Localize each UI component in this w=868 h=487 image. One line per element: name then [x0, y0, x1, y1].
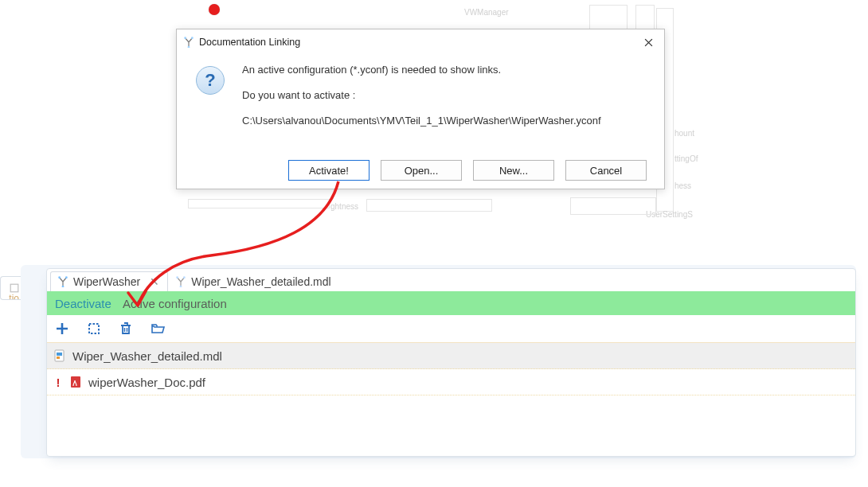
- bg-fragment: ghtness: [328, 201, 361, 212]
- bg-fragment: [188, 199, 330, 208]
- svg-point-4: [58, 276, 61, 279]
- question-icon: ?: [196, 66, 225, 95]
- warning-icon: !: [53, 376, 63, 389]
- bg-fragment: hess: [672, 180, 694, 192]
- svg-point-9: [180, 286, 182, 287]
- pdf-file-icon: [69, 376, 82, 388]
- side-tab-fragment-text: tio: [9, 293, 19, 300]
- select-all-button[interactable]: [87, 321, 101, 336]
- dialog-button-row: Activate! Open... New... Cancel: [177, 154, 664, 189]
- bg-fragment: VWManager: [462, 6, 511, 18]
- dialog-app-icon: [183, 37, 194, 48]
- svg-rect-13: [57, 356, 60, 359]
- yconf-icon: [57, 276, 68, 287]
- configuration-status-bar: Deactivate Active configuration: [47, 291, 855, 315]
- file-name: Wiper_Washer_detailed.mdl: [72, 349, 222, 363]
- documentation-linking-dialog: Documentation Linking ? An active config…: [176, 29, 665, 189]
- svg-point-0: [184, 37, 186, 39]
- editor-toolbar: [47, 315, 855, 342]
- new-button[interactable]: New...: [473, 160, 554, 181]
- editor-panel: WiperWasher ✕ Wiper_Washer_detailed.mdl …: [46, 268, 856, 457]
- tab-detailed-mdl[interactable]: Wiper_Washer_detailed.mdl: [168, 271, 338, 291]
- file-row-pdf[interactable]: ! wiperWasher_Doc.pdf: [47, 369, 855, 395]
- svg-point-5: [65, 276, 68, 279]
- file-row-mdl[interactable]: Wiper_Washer_detailed.mdl: [47, 343, 855, 369]
- tab-close-button[interactable]: ✕: [148, 275, 161, 288]
- cancel-button[interactable]: Cancel: [565, 160, 647, 181]
- editor-panel-backdrop: WiperWasher ✕ Wiper_Washer_detailed.mdl …: [21, 265, 856, 458]
- svg-rect-10: [89, 324, 99, 333]
- open-button[interactable]: Open...: [381, 160, 462, 181]
- deactivate-link[interactable]: Deactivate: [55, 297, 111, 310]
- tab-label: WiperWasher: [73, 275, 140, 288]
- svg-rect-12: [57, 353, 62, 356]
- dialog-message: An active configuration (*.yconf) is nee…: [242, 63, 601, 154]
- annotation-dot: [209, 4, 220, 15]
- dialog-message-line: Do you want to activate :: [242, 88, 601, 103]
- delete-button[interactable]: [119, 321, 133, 336]
- svg-point-7: [177, 276, 179, 279]
- bg-fragment: ttingOf: [672, 153, 700, 165]
- bg-fragment: hount: [672, 127, 697, 139]
- open-folder-button[interactable]: [151, 321, 165, 336]
- tab-wiperwasher[interactable]: WiperWasher ✕: [50, 271, 168, 291]
- file-name: wiperWasher_Doc.pdf: [88, 376, 205, 389]
- side-tab-fragment: tio: [0, 276, 21, 300]
- dialog-path: C:\Users\alvanou\Documents\YMV\Teil_1_1\…: [242, 114, 601, 128]
- svg-rect-3: [10, 284, 18, 292]
- bg-fragment: [366, 199, 492, 212]
- dialog-title-bar: Documentation Linking: [177, 29, 664, 52]
- tab-label: Wiper_Washer_detailed.mdl: [191, 275, 330, 288]
- editor-tabbar: WiperWasher ✕ Wiper_Washer_detailed.mdl: [47, 269, 855, 291]
- dialog-title: Documentation Linking: [199, 37, 637, 48]
- add-button[interactable]: [55, 321, 69, 336]
- mdl-file-icon: [53, 349, 66, 362]
- yconf-icon: [175, 276, 186, 287]
- svg-point-2: [188, 46, 190, 48]
- dialog-message-line: An active configuration (*.yconf) is nee…: [242, 63, 601, 77]
- bg-fragment: [570, 197, 656, 215]
- activate-button[interactable]: Activate!: [288, 160, 369, 181]
- dialog-close-button[interactable]: [637, 33, 659, 51]
- svg-point-6: [62, 286, 65, 287]
- file-list: Wiper_Washer_detailed.mdl ! wiperWasher_…: [47, 342, 855, 456]
- svg-point-1: [191, 37, 194, 39]
- active-configuration-label: Active configuration: [123, 297, 227, 310]
- svg-point-8: [183, 276, 186, 279]
